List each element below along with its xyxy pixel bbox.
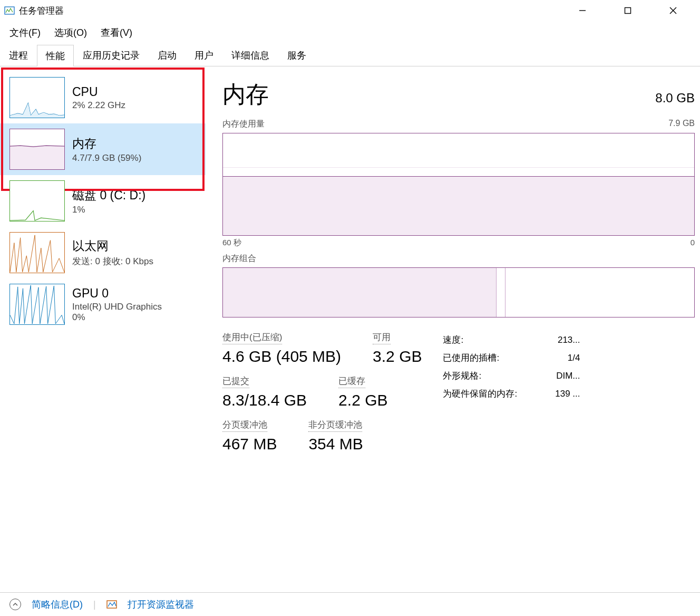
tab-details[interactable]: 详细信息: [222, 44, 278, 66]
tab-app-history[interactable]: 应用历史记录: [74, 44, 149, 66]
available-value: 3.2 GB: [373, 348, 422, 365]
ethernet-thumbnail: [9, 232, 65, 273]
window-title: 任务管理器: [19, 5, 64, 17]
form-label: 外形规格:: [443, 367, 481, 385]
app-icon: [4, 5, 15, 16]
xaxis-left: 60 秒: [222, 238, 241, 248]
usage-label: 内存使用量: [222, 119, 265, 130]
committed-label: 已提交: [222, 375, 249, 388]
sidebar-item-disk[interactable]: 磁盘 0 (C: D:) 1%: [0, 175, 206, 227]
cpu-thumbnail: [9, 77, 65, 118]
fewer-details-link[interactable]: 简略信息(D): [32, 598, 83, 611]
minimize-button[interactable]: [570, 2, 595, 19]
cpu-sub: 2% 2.22 GHz: [72, 100, 125, 111]
detail-total: 8.0 GB: [655, 91, 695, 105]
menu-bar: 文件(F) 选项(O) 查看(V): [0, 21, 700, 44]
tab-bar: 进程 性能 应用历史记录 启动 用户 详细信息 服务: [0, 44, 700, 66]
memory-thumbnail: [9, 129, 65, 170]
sidebar-item-memory[interactable]: 内存 4.7/7.9 GB (59%): [0, 123, 206, 175]
detail-title: 内存: [222, 79, 269, 110]
tab-startup[interactable]: 启动: [149, 44, 186, 66]
available-label: 可用: [373, 331, 391, 344]
reserved-label: 为硬件保留的内存:: [443, 385, 517, 403]
paged-label: 分页缓冲池: [222, 419, 267, 432]
in-use-value: 4.6 GB (405 MB): [222, 348, 341, 365]
tab-services[interactable]: 服务: [278, 44, 315, 66]
cached-value: 2.2 GB: [338, 391, 387, 409]
composition-label: 内存组合: [222, 253, 695, 264]
side-stats: 速度:213... 已使用的插槽:1/4 外形规格:DIM... 为硬件保留的内…: [443, 331, 580, 463]
cached-label: 已缓存: [338, 375, 365, 388]
open-resmon-link[interactable]: 打开资源监视器: [128, 598, 194, 611]
gpu-title: GPU 0: [72, 286, 162, 301]
paged-value: 467 MB: [222, 435, 277, 453]
speed-label: 速度:: [443, 331, 463, 349]
footer: 简略信息(D) | 打开资源监视器: [0, 592, 700, 616]
sidebar-item-gpu[interactable]: GPU 0 Intel(R) UHD Graphics 0%: [0, 278, 206, 330]
svg-marker-5: [10, 103, 64, 118]
nonpaged-label: 非分页缓冲池: [308, 419, 362, 432]
gpu-sub: Intel(R) UHD Graphics 0%: [72, 302, 162, 323]
sidebar: CPU 2% 2.22 GHz 内存 4.7/7.9 GB (59%) 磁盘 0…: [0, 66, 206, 592]
disk-thumbnail: [9, 180, 65, 222]
disk-title: 磁盘 0 (C: D:): [72, 187, 145, 204]
ethernet-sub: 发送: 0 接收: 0 Kbps: [72, 255, 153, 267]
memory-title: 内存: [72, 136, 141, 152]
maximize-button[interactable]: [616, 2, 640, 19]
disk-sub: 1%: [72, 205, 145, 215]
details-panel: 内存 8.0 GB 内存使用量 7.9 GB 60 秒 0 内存组合 使用中(已…: [206, 66, 700, 592]
ethernet-title: 以太网: [72, 238, 153, 254]
nonpaged-value: 354 MB: [308, 435, 363, 453]
xaxis-right: 0: [691, 238, 695, 248]
sidebar-item-cpu[interactable]: CPU 2% 2.22 GHz: [0, 72, 206, 123]
titlebar: 任务管理器: [0, 0, 700, 21]
svg-rect-6: [10, 146, 64, 169]
memory-sub: 4.7/7.9 GB (59%): [72, 153, 141, 163]
main-area: CPU 2% 2.22 GHz 内存 4.7/7.9 GB (59%) 磁盘 0…: [0, 66, 700, 592]
form-value: DIM...: [556, 367, 580, 385]
reserved-value: 139 ...: [555, 385, 580, 403]
usage-max: 7.9 GB: [668, 119, 695, 130]
slots-value: 1/4: [568, 349, 580, 367]
speed-value: 213...: [558, 331, 580, 349]
tab-users[interactable]: 用户: [186, 44, 222, 66]
tab-processes[interactable]: 进程: [0, 44, 37, 66]
close-button[interactable]: [661, 2, 685, 19]
svg-rect-2: [625, 8, 631, 14]
cpu-title: CPU: [72, 85, 125, 99]
memory-usage-graph: [222, 133, 695, 236]
resmon-icon: [106, 599, 117, 610]
menu-file[interactable]: 文件(F): [9, 26, 41, 39]
composition-bar: [222, 267, 695, 317]
slots-label: 已使用的插槽:: [443, 349, 499, 367]
window-controls: [570, 2, 696, 19]
tab-performance[interactable]: 性能: [37, 45, 74, 66]
in-use-label: 使用中(已压缩): [222, 331, 282, 344]
menu-options[interactable]: 选项(O): [54, 26, 87, 39]
committed-value: 8.3/18.4 GB: [222, 391, 307, 409]
menu-view[interactable]: 查看(V): [101, 26, 132, 39]
gpu-thumbnail: [9, 284, 65, 325]
chevron-up-icon[interactable]: [9, 599, 21, 610]
sidebar-item-ethernet[interactable]: 以太网 发送: 0 接收: 0 Kbps: [0, 227, 206, 278]
